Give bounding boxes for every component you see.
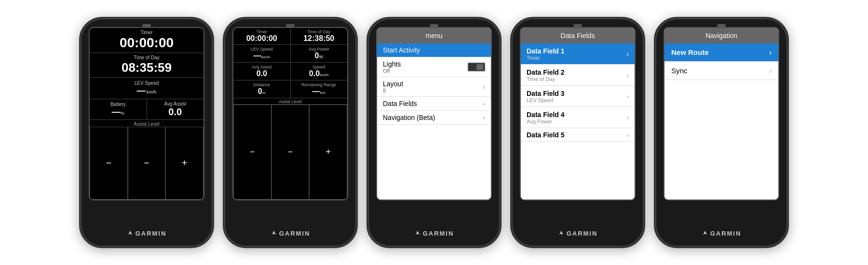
df5-left: Data Field 5 xyxy=(527,131,565,139)
screen-d3: menu Start Activity Lights Off Layout 8 xyxy=(376,27,492,200)
navigation-beta-label: Navigation (Beta) xyxy=(383,114,435,121)
screen-d5: Navigation New Route › Sync › xyxy=(664,27,779,200)
btn-minus1-d2[interactable]: − xyxy=(233,105,271,199)
layout-sub: 8 xyxy=(383,88,403,93)
df5-title: Data Field 5 xyxy=(527,131,565,139)
timer-label-d1: Timer xyxy=(140,30,152,35)
layout-left: Layout 8 xyxy=(383,80,403,93)
time-label-d1: Time of Day xyxy=(134,55,160,60)
layout-chevron: › xyxy=(483,83,485,91)
nav-item-sync[interactable]: Sync › xyxy=(665,62,778,80)
menu-item-navigation[interactable]: Navigation (Beta) › xyxy=(377,111,491,125)
df4-sub: Avg Power xyxy=(527,119,565,124)
df3-sub: LEV Speed xyxy=(527,97,565,103)
battery-label-d1: Battery xyxy=(110,102,126,107)
garmin-logo-d3: GARMIN xyxy=(414,230,454,237)
lights-left: Lights Off xyxy=(383,60,401,74)
garmin-arrow-icon-d2 xyxy=(271,230,277,237)
garmin-logo-d1: GARMIN xyxy=(127,230,167,237)
garmin-device-4: Data Fields Data Field 1 Timer › Data Fi… xyxy=(510,17,645,248)
timer-value-d2: 00:00:00 xyxy=(246,34,277,43)
lev-speed-value-d2: —km/h xyxy=(253,52,270,60)
svg-marker-3 xyxy=(559,231,563,235)
svg-marker-4 xyxy=(703,231,707,235)
device-1: Timer 00:00:00 Time of Day 08:35:59 LEV … xyxy=(79,17,214,248)
lev-speed-label-d2: LEV Speed xyxy=(251,47,273,52)
df2-chevron: › xyxy=(626,71,629,79)
svg-marker-2 xyxy=(416,231,420,235)
avg-assist-label-d1: Avg Assist xyxy=(164,101,186,106)
menu-item-lights[interactable]: Lights Off xyxy=(377,57,491,77)
menu-item-start-activity[interactable]: Start Activity xyxy=(377,43,491,57)
df2-sub: Time of Day xyxy=(527,76,565,82)
menu-item-data-fields[interactable]: Data Fields › xyxy=(377,97,491,111)
data-fields-label: Data Fields xyxy=(383,100,417,107)
lights-indicator xyxy=(476,64,483,70)
avg-assist-label-d2: Avg Assist xyxy=(252,65,271,69)
garmin-arrow-icon-d3 xyxy=(414,230,421,237)
avg-power-label-d2: Avg Power xyxy=(309,47,329,52)
garmin-device-2: Timer 00:00:00 Time of Day 12:38:50 LEV … xyxy=(223,17,358,248)
lights-sub: Off xyxy=(383,68,401,74)
avg-assist-value-d2: 0.0 xyxy=(257,69,267,78)
df3-left: Data Field 3 LEV Speed xyxy=(527,90,565,103)
avg-power-value-d2: 0W xyxy=(315,52,323,60)
lev-speed-value-d1: —km/h xyxy=(136,86,156,96)
garmin-arrow-icon-d5 xyxy=(702,230,708,237)
nav-item-new-route[interactable]: New Route › xyxy=(665,43,778,62)
df5-chevron: › xyxy=(626,131,629,139)
garmin-logo-d5: GARMIN xyxy=(702,230,742,237)
data-fields-header: Data Fields xyxy=(521,28,635,43)
screen-d1: Timer 00:00:00 Time of Day 08:35:59 LEV … xyxy=(89,27,204,200)
garmin-logo-d2: GARMIN xyxy=(271,230,311,237)
df4-title: Data Field 4 xyxy=(527,111,565,119)
btn-plus-d1[interactable]: + xyxy=(165,127,203,199)
time-label-d2: Time of Day xyxy=(307,29,330,34)
speed-value-d2: 0.0km/h xyxy=(309,69,329,78)
data-field-item-5[interactable]: Data Field 5 › xyxy=(521,128,635,142)
data-field-item-1[interactable]: Data Field 1 Timer › xyxy=(521,43,635,65)
lev-unit: km/h xyxy=(146,90,156,94)
df1-left: Data Field 1 Timer xyxy=(527,47,565,61)
screen-d4: Data Fields Data Field 1 Timer › Data Fi… xyxy=(520,27,636,200)
lev-speed-label-d1: LEV Speed xyxy=(135,80,159,86)
df4-chevron: › xyxy=(626,114,629,121)
distance-label-d2: Distance xyxy=(253,82,270,87)
new-route-chevron: › xyxy=(769,49,772,56)
start-activity-label: Start Activity xyxy=(383,46,420,54)
data-field-item-4[interactable]: Data Field 4 Avg Power › xyxy=(521,107,635,128)
btn-minus1-d1[interactable]: − xyxy=(90,127,128,199)
garmin-device-3: menu Start Activity Lights Off Layout 8 xyxy=(366,17,502,248)
df1-sub: Timer xyxy=(527,55,565,61)
assist-level-label-d1: Assist Level xyxy=(90,120,203,127)
btn-minus2-d2[interactable]: − xyxy=(271,105,310,199)
distance-value-d2: 0m xyxy=(258,87,266,96)
device-4: Data Fields Data Field 1 Timer › Data Fi… xyxy=(510,17,645,248)
menu-item-layout[interactable]: Layout 8 › xyxy=(377,77,491,97)
df1-chevron: › xyxy=(626,50,629,58)
assist-level-label-d2: Assist Level xyxy=(233,98,347,105)
data-field-item-3[interactable]: Data Field 3 LEV Speed › xyxy=(521,86,635,107)
device-5: Navigation New Route › Sync › GARMIN xyxy=(654,17,789,248)
timer-label-d2: Timer xyxy=(256,29,267,34)
df3-title: Data Field 3 xyxy=(527,90,565,97)
sync-chevron: › xyxy=(769,67,772,75)
timer-value-d1: 00:00:00 xyxy=(120,35,174,51)
remaining-label-d2: Remaining Range xyxy=(301,82,336,87)
time-value-d1: 08:35:59 xyxy=(122,60,172,75)
garmin-arrow-icon-d1 xyxy=(127,230,134,237)
lights-toggle[interactable] xyxy=(468,63,485,71)
device-2: Timer 00:00:00 Time of Day 12:38:50 LEV … xyxy=(223,17,358,248)
garmin-logo-d4: GARMIN xyxy=(558,230,598,237)
data-field-item-2[interactable]: Data Field 2 Time of Day › xyxy=(521,65,635,86)
df2-left: Data Field 2 Time of Day xyxy=(527,68,565,82)
new-route-label: New Route xyxy=(671,48,709,56)
svg-marker-0 xyxy=(128,231,132,235)
garmin-device-1: Timer 00:00:00 Time of Day 08:35:59 LEV … xyxy=(79,17,214,248)
df2-title: Data Field 2 xyxy=(527,68,565,76)
time-value-d2: 12:38:50 xyxy=(303,34,334,43)
btn-minus2-d1[interactable]: − xyxy=(128,127,166,199)
speed-label-d2: Speed xyxy=(312,65,325,69)
screen-d2: Timer 00:00:00 Time of Day 12:38:50 LEV … xyxy=(232,27,348,200)
btn-plus-d2[interactable]: + xyxy=(309,105,347,199)
